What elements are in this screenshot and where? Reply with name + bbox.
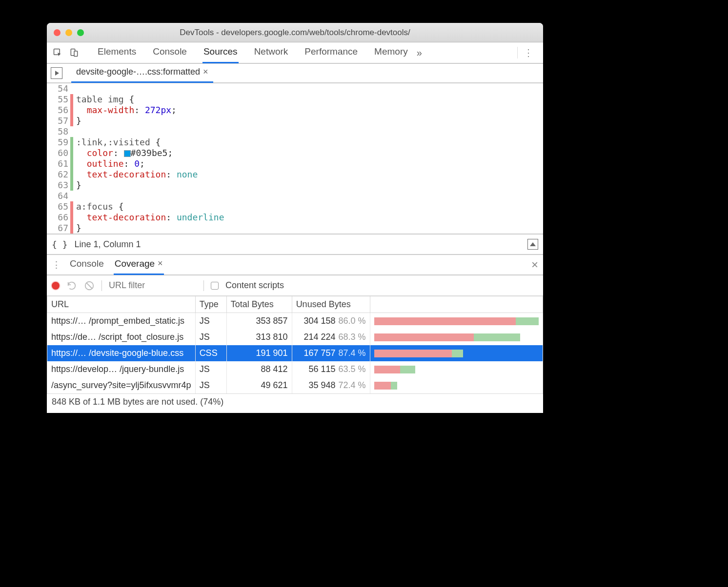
table-row[interactable]: https://de… /script_foot_closure.jsJS313… — [47, 329, 543, 345]
usage-bar-cell — [370, 345, 543, 361]
panel-tab-elements[interactable]: Elements — [97, 42, 137, 63]
minimize-window-button[interactable] — [65, 29, 72, 36]
coverage-footer: 848 KB of 1.1 MB bytes are not used. (74… — [47, 393, 543, 410]
line-gutter: 545556575859606162636465666768 — [47, 83, 70, 234]
code-content: table img { max-width: 272px;}:link,:vis… — [73, 83, 224, 234]
separator — [203, 280, 204, 291]
separator — [101, 280, 102, 291]
sources-tabstrip: devsite-google-….css:formatted × — [47, 64, 543, 83]
usage-bar-cell — [370, 361, 543, 377]
inspect-element-icon[interactable] — [51, 46, 64, 59]
svg-rect-2 — [74, 51, 78, 57]
url-cell: https://… /devsite-google-blue.css — [47, 345, 196, 361]
coverage-toolbar: Content scripts — [47, 275, 543, 296]
usage-bar-cell — [370, 377, 543, 393]
usage-bar-cell — [370, 313, 543, 330]
total-bytes-cell: 49 621 — [226, 377, 292, 393]
device-toolbar-icon[interactable] — [67, 46, 81, 59]
content-scripts-label: Content scripts — [225, 280, 284, 291]
content-scripts-checkbox[interactable] — [211, 282, 219, 290]
drawer-tab-console[interactable]: Console — [69, 255, 105, 275]
unused-bytes-cell: 35 94872.4 % — [292, 377, 370, 393]
open-file-label: devsite-google-….css:formatted — [76, 67, 200, 77]
total-bytes-cell: 353 857 — [226, 313, 292, 330]
more-tabs-icon[interactable]: » — [417, 47, 422, 59]
total-bytes-cell: 313 810 — [226, 329, 292, 345]
show-sidebar-icon[interactable] — [527, 239, 538, 250]
titlebar: DevTools - developers.google.com/web/too… — [47, 23, 543, 42]
table-row[interactable]: https://… /prompt_embed_static.jsJS353 8… — [47, 313, 543, 330]
close-tab-icon[interactable]: × — [203, 67, 208, 77]
main-toolbar: ElementsConsoleSourcesNetworkPerformance… — [47, 42, 543, 64]
reload-icon[interactable] — [66, 280, 77, 291]
pretty-print-icon[interactable]: { } — [52, 239, 68, 250]
close-drawer-icon[interactable]: × — [531, 258, 538, 272]
total-bytes-cell: 191 901 — [226, 345, 292, 361]
total-bytes-cell: 88 412 — [226, 361, 292, 377]
unused-bytes-cell: 56 11563.5 % — [292, 361, 370, 377]
devtools-window: DevTools - developers.google.com/web/too… — [47, 23, 543, 413]
usage-bar-cell — [370, 329, 543, 345]
column-header[interactable]: URL — [47, 296, 196, 313]
traffic-lights — [54, 29, 84, 36]
table-row[interactable]: /async_survey?site=ylj5ifxusvvmr4pJS49 6… — [47, 377, 543, 393]
zoom-window-button[interactable] — [77, 29, 84, 36]
code-editor[interactable]: 545556575859606162636465666768 table img… — [47, 83, 543, 235]
drawer-tabstrip: ⋮ ConsoleCoverage× × — [47, 255, 543, 275]
type-cell: JS — [195, 377, 226, 393]
type-cell: JS — [195, 313, 226, 330]
panel-tab-memory[interactable]: Memory — [373, 42, 409, 63]
panel-tab-network[interactable]: Network — [253, 42, 289, 63]
panel-tab-console[interactable]: Console — [152, 42, 188, 63]
table-row[interactable]: https://… /devsite-google-blue.cssCSS191… — [47, 345, 543, 361]
url-cell: https://… /prompt_embed_static.js — [47, 313, 196, 330]
url-cell: /async_survey?site=ylj5ifxusvvmr4p — [47, 377, 196, 393]
type-cell: JS — [195, 361, 226, 377]
url-cell: https://develop… /jquery-bundle.js — [47, 361, 196, 377]
editor-statusbar: { } Line 1, Column 1 — [47, 235, 543, 255]
navigator-toggle-icon[interactable] — [51, 67, 62, 79]
unused-bytes-cell: 167 75787.4 % — [292, 345, 370, 361]
coverage-table: URLTypeTotal BytesUnused Bytes https://…… — [47, 296, 543, 393]
panel-tab-performance[interactable]: Performance — [303, 42, 359, 63]
cursor-position: Line 1, Column 1 — [75, 239, 141, 250]
column-header[interactable]: Total Bytes — [226, 296, 292, 313]
close-window-button[interactable] — [54, 29, 61, 36]
column-header[interactable]: Type — [195, 296, 226, 313]
column-header[interactable]: Unused Bytes — [292, 296, 370, 313]
drawer-menu-icon[interactable]: ⋮ — [52, 259, 60, 271]
open-file-tab[interactable]: devsite-google-….css:formatted × — [71, 63, 213, 83]
table-header-row: URLTypeTotal BytesUnused Bytes — [47, 296, 543, 313]
unused-bytes-cell: 304 15886.0 % — [292, 313, 370, 330]
panel-tabs: ElementsConsoleSourcesNetworkPerformance… — [97, 42, 409, 63]
coverage-summary: 848 KB of 1.1 MB bytes are not used. (74… — [52, 397, 223, 407]
settings-menu-icon[interactable]: ⋮ — [517, 47, 539, 59]
url-cell: https://de… /script_foot_closure.js — [47, 329, 196, 345]
drawer-tab-coverage[interactable]: Coverage× — [114, 255, 164, 275]
table-row[interactable]: https://develop… /jquery-bundle.jsJS88 4… — [47, 361, 543, 377]
close-drawer-tab-icon[interactable]: × — [158, 258, 163, 269]
type-cell: CSS — [195, 345, 226, 361]
type-cell: JS — [195, 329, 226, 345]
clear-icon[interactable] — [84, 280, 95, 291]
url-filter-input[interactable] — [109, 280, 197, 291]
window-title: DevTools - developers.google.com/web/too… — [47, 28, 543, 38]
panel-tab-sources[interactable]: Sources — [202, 42, 239, 63]
record-button[interactable] — [52, 282, 60, 290]
unused-bytes-cell: 214 22468.3 % — [292, 329, 370, 345]
